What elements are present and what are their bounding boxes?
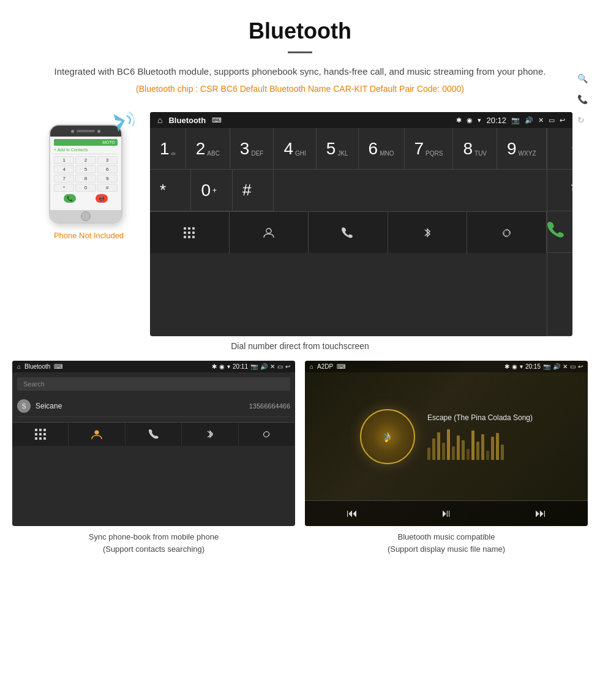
- contacts-button[interactable]: [230, 212, 309, 253]
- dial-row-3: 7 PQRS 8 TUV 9 WXYZ: [405, 128, 547, 170]
- pb-content: Search S Seicane 13566664466 🔍 📞 ↻: [12, 372, 295, 422]
- dial-call-green-button[interactable]: [547, 220, 566, 243]
- dial-key-7[interactable]: 7 PQRS: [405, 128, 454, 170]
- phone-key-2: 2: [75, 156, 96, 164]
- phone-key-8: 8: [75, 175, 96, 183]
- phone-key-star: *: [54, 184, 74, 192]
- music-status-bar: ⌂ A2DP ⌨ ✱ ◉ ▾ 20:15 📷 🔊 ✕ ▭ ↩: [305, 361, 588, 372]
- bluetooth-status-icon: ✱: [456, 116, 462, 124]
- music-home-icon: ⌂: [310, 363, 313, 370]
- header-specs: (Bluetooth chip : CSR BC6 Default Blueto…: [37, 84, 563, 94]
- dial-key-2-letters: ABC: [207, 150, 220, 157]
- pb-bluetooth-btn[interactable]: [182, 423, 238, 446]
- bluetooth-toolbar-button[interactable]: [388, 212, 468, 253]
- dial-key-9-num: 9: [507, 140, 517, 157]
- music-time: 20:15: [525, 363, 541, 370]
- pb-home-icon: ⌂: [17, 363, 21, 370]
- pb-search-bar[interactable]: Search: [17, 377, 290, 391]
- eq-bar: [452, 446, 455, 460]
- dial-key-hash[interactable]: #: [233, 170, 274, 211]
- backspace-button[interactable]: ⌫: [572, 138, 573, 159]
- dial-key-4-letters: GHI: [295, 150, 306, 157]
- eq-bar: [491, 437, 494, 460]
- pb-phone-btn[interactable]: [126, 423, 182, 446]
- phone-toolbar-button[interactable]: [309, 212, 388, 253]
- dial-keypad[interactable]: 1 ∞ 2 ABC 3 DEF 4 GHI: [150, 128, 547, 336]
- link-button[interactable]: [467, 212, 547, 253]
- phone-key-7: 7: [54, 175, 74, 183]
- eq-bar: [471, 431, 474, 460]
- phone-sensor-dot: [97, 130, 100, 133]
- phone-not-included-label: Phone Not Included: [54, 231, 124, 240]
- page-header: Bluetooth Integrated with BC6 Bluetooth …: [0, 0, 600, 106]
- pb-loc-icon: ◉: [219, 363, 225, 370]
- dial-row-2: 4 GHI 5 JKL 6 MNO: [274, 128, 404, 170]
- svg-rect-16: [39, 433, 42, 435]
- pb-contacts-btn[interactable]: [69, 423, 125, 446]
- back-icon: ↩: [560, 116, 565, 124]
- dial-key-3[interactable]: 3 DEF: [230, 128, 274, 170]
- refresh-button[interactable]: ↻: [570, 181, 573, 200]
- phone-key-hash: #: [97, 184, 118, 192]
- eq-bar: [476, 442, 479, 460]
- svg-rect-3: [184, 231, 186, 234]
- pb-link-btn[interactable]: [239, 423, 295, 446]
- phone-screen-header: MOTO: [54, 139, 118, 146]
- middle-section: MOTO + Add to Contacts 1 2 3 4 5 6 7 8 9…: [0, 106, 600, 336]
- pb-toolbar: [12, 422, 295, 446]
- phone-container: MOTO + Add to Contacts 1 2 3 4 5 6 7 8 9…: [28, 124, 150, 240]
- page-title: Bluetooth: [37, 18, 563, 44]
- dial-key-8[interactable]: 8 TUV: [453, 128, 497, 170]
- location-status-icon: ◉: [467, 116, 473, 124]
- pb-back-icon: ↩: [285, 363, 290, 370]
- svg-point-9: [266, 228, 271, 233]
- eq-bar: [481, 434, 484, 460]
- dial-toolbar: [150, 211, 547, 253]
- pb-time: 20:11: [233, 363, 248, 370]
- dialpad-button[interactable]: [150, 212, 230, 253]
- eq-bar: [462, 440, 465, 460]
- eq-bar: [437, 432, 440, 460]
- pb-dialpad-btn[interactable]: [12, 423, 69, 446]
- phone-bottom-buttons: 📞 📵: [54, 194, 118, 203]
- dial-key-5[interactable]: 5 JKL: [317, 128, 359, 170]
- music-content: ♪ ⊁ Escape (The Pina Colada Song): [305, 372, 588, 500]
- dial-key-6[interactable]: 6 MNO: [359, 128, 405, 170]
- svg-rect-6: [184, 236, 186, 238]
- dial-right-panel: ⌫ ↻: [547, 128, 573, 336]
- dial-key-9-letters: WXYZ: [519, 150, 536, 157]
- bottom-screenshots: ⌂ Bluetooth ⌨ ✱ ◉ ▾ 20:11 📷 🔊 ✕ ▭ ↩: [0, 361, 600, 555]
- dial-status-right: ✱ ◉ ▾ 20:12 📷 🔊 ✕ ▭ ↩: [456, 116, 565, 125]
- phone-bottom-bar: [50, 210, 121, 222]
- phone-key-3: 3: [97, 156, 118, 164]
- pb-status-bar: ⌂ Bluetooth ⌨ ✱ ◉ ▾ 20:11 📷 🔊 ✕ ▭ ↩: [12, 361, 295, 372]
- dial-key-0[interactable]: 0 +: [191, 170, 232, 211]
- dial-key-5-letters: JKL: [337, 150, 348, 157]
- pb-camera-icon: 📷: [250, 363, 258, 370]
- dial-key-7-letters: PQRS: [426, 150, 443, 157]
- music-wifi-icon: ▾: [520, 363, 523, 370]
- dial-key-1[interactable]: 1 ∞: [150, 128, 186, 170]
- wifi-status-icon: ▾: [478, 116, 481, 124]
- dial-key-4[interactable]: 4 GHI: [274, 128, 316, 170]
- dial-key-2-num: 2: [196, 140, 206, 157]
- svg-rect-12: [35, 429, 37, 431]
- music-loc-icon: ◉: [512, 363, 517, 370]
- dial-key-star[interactable]: *: [150, 170, 191, 211]
- play-pause-button[interactable]: ⏯: [441, 507, 452, 520]
- music-song-title: Escape (The Pina Colada Song): [427, 413, 533, 422]
- dial-key-9[interactable]: 9 WXYZ: [497, 128, 546, 170]
- pb-caption: Sync phone-book from mobile phone (Suppo…: [12, 531, 295, 555]
- prev-track-button[interactable]: ⏮: [347, 507, 358, 520]
- dial-refresh-row: ↻: [547, 170, 573, 211]
- next-track-button[interactable]: ⏭: [535, 507, 546, 520]
- music-usb-icon: ⌨: [337, 363, 345, 370]
- eq-bar: [486, 451, 489, 460]
- pb-contact-name: Seicane: [36, 402, 249, 410]
- dial-key-2[interactable]: 2 ABC: [186, 128, 230, 170]
- svg-rect-13: [39, 429, 42, 431]
- phonebook-screen: ⌂ Bluetooth ⌨ ✱ ◉ ▾ 20:11 📷 🔊 ✕ ▭ ↩: [12, 361, 295, 526]
- music-camera-icon: 📷: [543, 363, 550, 370]
- eq-bar: [427, 448, 430, 460]
- svg-rect-1: [188, 227, 190, 230]
